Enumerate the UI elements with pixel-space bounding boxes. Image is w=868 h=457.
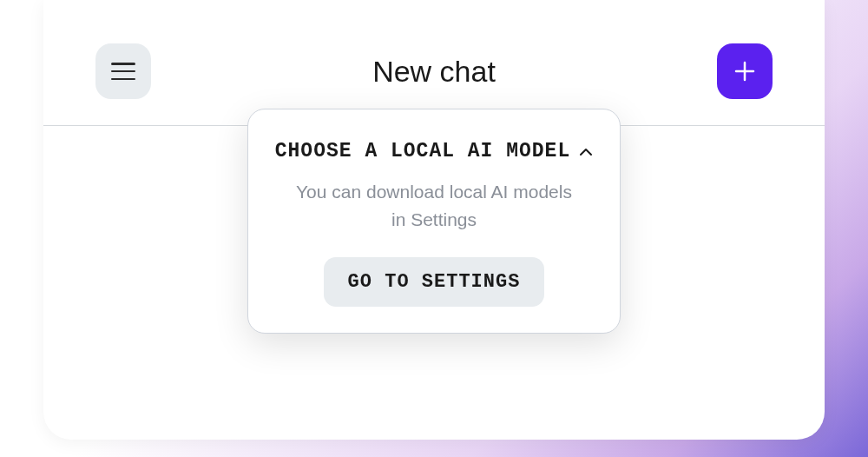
main-card: New chat CHOOSE A LOCAL AI MODEL You can… (43, 0, 825, 440)
page-title: New chat (372, 55, 496, 89)
plus-icon (733, 59, 757, 83)
popover-description: You can download local AI models in Sett… (274, 178, 594, 233)
new-chat-button[interactable] (717, 43, 773, 99)
model-selector-popover: CHOOSE A LOCAL AI MODEL You can download… (247, 109, 621, 334)
chevron-up-icon (579, 142, 593, 161)
menu-button[interactable] (95, 43, 151, 99)
go-to-settings-button[interactable]: GO TO SETTINGS (324, 257, 545, 307)
header: New chat (43, 0, 825, 125)
hamburger-icon (111, 63, 135, 80)
popover-header[interactable]: CHOOSE A LOCAL AI MODEL (274, 140, 594, 162)
popover-title: CHOOSE A LOCAL AI MODEL (275, 140, 570, 162)
